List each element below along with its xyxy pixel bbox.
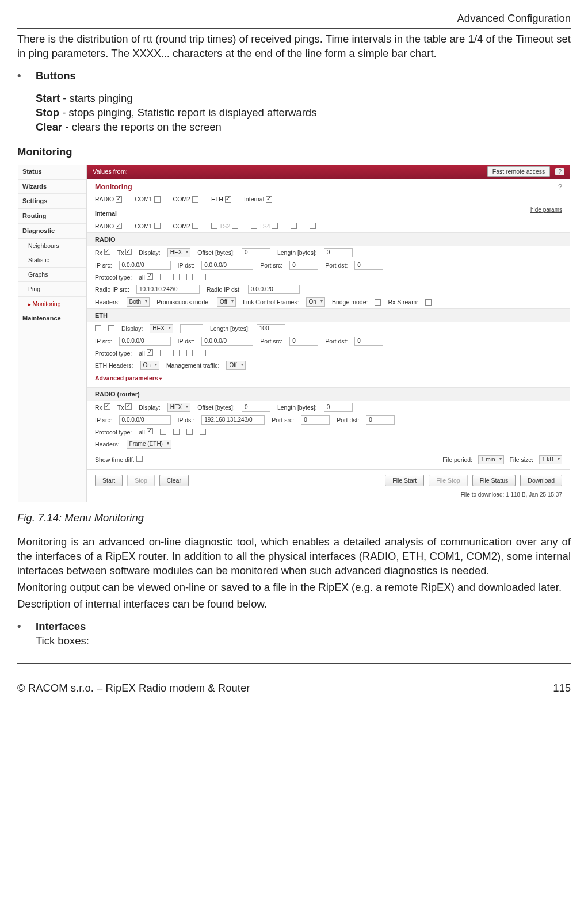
sidebar-item-ping[interactable]: Ping (18, 282, 86, 296)
file-period-select[interactable]: 1 min (478, 455, 503, 464)
eth-hdr-select[interactable]: On (140, 361, 159, 370)
checkbox-icon[interactable] (108, 325, 114, 331)
checkbox-icon[interactable] (310, 223, 316, 229)
checkbox-icon[interactable] (160, 274, 166, 280)
checkbox-icon[interactable] (251, 223, 257, 229)
show-time-diff[interactable]: Show time diff. (95, 456, 143, 464)
checkbox-icon[interactable] (173, 350, 180, 356)
checkbox-icon[interactable] (95, 325, 101, 331)
radio-ipsrc-input[interactable]: 0.0.0.0/0 (119, 261, 171, 270)
rr-length-input[interactable]: 0 (324, 403, 353, 412)
checkbox-icon[interactable] (211, 223, 217, 229)
checkbox-icon[interactable] (375, 299, 381, 306)
radio-ipdst-input[interactable]: 0.0.0.0/0 (201, 261, 253, 270)
eth-offset-input[interactable] (180, 324, 203, 333)
internal-com1[interactable]: COM1 (135, 222, 160, 230)
sidebar-item-routing[interactable]: Routing (18, 209, 86, 224)
download-button[interactable]: Download (520, 475, 562, 486)
eth-length-input[interactable]: 100 (257, 324, 285, 333)
rr-headers-select[interactable]: Frame (ETH) (127, 440, 171, 449)
internal-ts4[interactable]: TS4 (251, 222, 278, 230)
checkbox-icon[interactable] (154, 196, 161, 203)
file-size-select[interactable]: 1 kB (539, 455, 562, 464)
radio-lcf-select[interactable]: On (306, 297, 325, 307)
checkbox-icon[interactable] (192, 223, 198, 229)
checkbox-icon[interactable] (225, 196, 231, 203)
rr-proto-all[interactable]: all (139, 428, 152, 436)
file-status-button[interactable]: File Status (472, 475, 516, 486)
rr-portsrc-input[interactable]: 0 (301, 415, 330, 425)
checkbox-icon[interactable] (104, 403, 110, 410)
panel-help-icon[interactable]: ? (558, 182, 562, 192)
iface-com2[interactable]: COM2 (173, 195, 198, 203)
checkbox-icon[interactable] (186, 429, 193, 435)
eth-portdst-input[interactable]: 0 (354, 337, 383, 346)
eth-ipsrc-input[interactable]: 0.0.0.0/0 (119, 337, 171, 346)
checkbox-icon[interactable] (125, 403, 132, 410)
checkbox-icon[interactable] (272, 223, 278, 229)
checkbox-icon[interactable] (200, 429, 206, 435)
checkbox-icon[interactable] (160, 350, 166, 356)
checkbox-icon[interactable] (173, 274, 180, 280)
checkbox-icon[interactable] (136, 456, 143, 462)
radio-tx[interactable]: Tx (117, 249, 132, 257)
radio-headers-select[interactable]: Both (127, 297, 150, 307)
checkbox-icon[interactable] (425, 299, 432, 306)
checkbox-icon[interactable] (291, 223, 297, 229)
checkbox-icon[interactable] (125, 249, 132, 255)
sidebar-item-settings[interactable]: Settings (18, 194, 86, 209)
sidebar-item-wizards[interactable]: Wizards (18, 180, 86, 194)
sidebar-item-graphs[interactable]: Graphs (18, 268, 86, 282)
radio-length-input[interactable]: 0 (324, 248, 353, 257)
radio-proto-all[interactable]: all (139, 273, 152, 281)
internal-ts2[interactable]: TS2 (211, 222, 238, 230)
advanced-params-link[interactable]: Advanced parameters (87, 372, 570, 387)
iface-internal[interactable]: Internal (244, 195, 272, 203)
checkbox-icon[interactable] (147, 349, 153, 356)
checkbox-icon[interactable] (116, 223, 122, 229)
radio-ripsrc-input[interactable]: 10.10.10.242/0 (136, 285, 200, 294)
internal-ext2[interactable] (310, 223, 316, 229)
radio-offset-input[interactable]: 0 (242, 248, 270, 257)
eth-portsrc-input[interactable]: 0 (289, 337, 318, 346)
eth-display-select[interactable]: HEX (150, 324, 173, 333)
iface-eth[interactable]: ETH (211, 195, 231, 203)
rr-ipdst-input[interactable]: 192.168.131.243/0 (201, 415, 265, 425)
sidebar-item-maintenance[interactable]: Maintenance (18, 311, 86, 326)
checkbox-icon[interactable] (266, 196, 272, 203)
eth-ipdst-input[interactable]: 0.0.0.0/0 (201, 337, 253, 346)
internal-ext1[interactable] (291, 223, 297, 229)
rr-offset-input[interactable]: 0 (242, 403, 270, 412)
help-icon[interactable]: ? (555, 168, 564, 175)
internal-com2[interactable]: COM2 (173, 222, 198, 230)
checkbox-icon[interactable] (173, 429, 180, 435)
checkbox-icon[interactable] (160, 429, 166, 435)
rr-display-select[interactable]: HEX (167, 403, 191, 412)
sidebar-item-statistic[interactable]: Statistic (18, 253, 86, 268)
checkbox-icon[interactable] (200, 274, 206, 280)
eth-proto-all[interactable]: all (139, 349, 152, 357)
clear-button[interactable]: Clear (159, 475, 189, 486)
checkbox-icon[interactable] (116, 196, 122, 203)
checkbox-icon[interactable] (232, 223, 238, 229)
checkbox-icon[interactable] (192, 196, 198, 203)
radio-ripdst-input[interactable]: 0.0.0.0/0 (248, 285, 300, 294)
file-start-button[interactable]: File Start (385, 475, 424, 486)
checkbox-icon[interactable] (186, 350, 193, 356)
sidebar-item-monitoring[interactable]: Monitoring (18, 297, 86, 311)
hide-params-link[interactable]: hide params (530, 206, 570, 214)
checkbox-icon[interactable] (154, 223, 161, 229)
radio-portdst-input[interactable]: 0 (354, 261, 383, 270)
checkbox-icon[interactable] (104, 249, 110, 255)
stop-button[interactable]: Stop (127, 475, 155, 486)
iface-com1[interactable]: COM1 (135, 195, 160, 203)
fast-remote-access-button[interactable]: Fast remote access (487, 166, 551, 177)
rr-rx[interactable]: Rx (95, 403, 110, 411)
sidebar-item-diagnostic[interactable]: Diagnostic (18, 224, 86, 239)
eth-mgmt-select[interactable]: Off (226, 361, 245, 370)
sidebar-item-neighbours[interactable]: Neighbours (18, 239, 86, 253)
checkbox-icon[interactable] (147, 428, 153, 434)
internal-radio[interactable]: RADIO (95, 222, 122, 230)
checkbox-icon[interactable] (200, 350, 206, 356)
sidebar-item-status[interactable]: Status (18, 165, 86, 180)
